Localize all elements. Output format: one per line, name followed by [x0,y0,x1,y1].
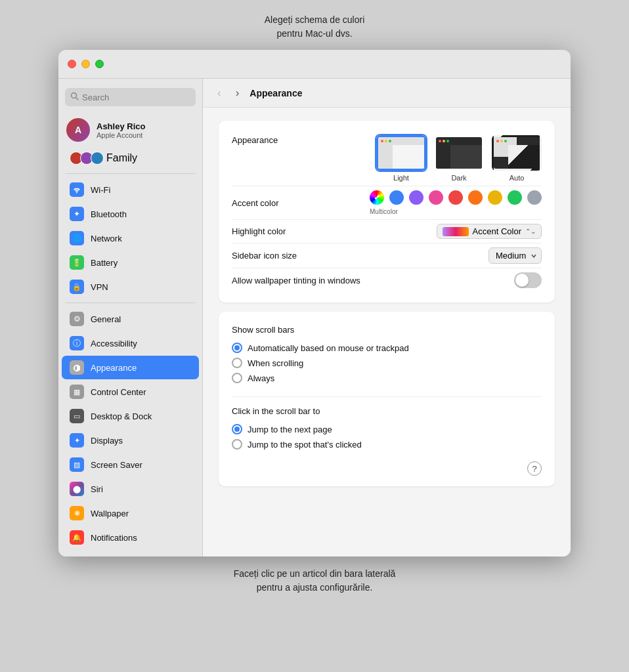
light-main-mini [393,145,424,169]
wallpaper-label: Wallpaper [91,509,129,518]
tooltip-top: Alegeți schema de culori pentru Mac-ul d… [265,13,365,41]
highlight-color-select[interactable]: Accent Color ⌃⌄ [437,224,542,239]
accent-green[interactable] [508,190,522,205]
click-nextpage-option[interactable]: Jump to the next page [232,424,542,434]
sidebar-item-wifi[interactable]: Wi-Fi [62,178,199,201]
wallpaper-icon: ❋ [70,506,84,520]
theme-light-thumbnail[interactable] [376,135,426,171]
search-bar[interactable] [65,88,196,106]
displays-label: Displays [91,436,123,446]
accent-purple[interactable] [409,190,423,205]
sidebar-item-controlcenter[interactable]: ▦ Control Center [62,380,199,404]
forward-button[interactable]: › [232,85,244,101]
scrollbars-section: Show scroll bars Automatically based on … [219,312,555,486]
accent-red[interactable] [448,190,463,205]
sidebar-item-wallpaper[interactable]: ❋ Wallpaper [62,501,199,525]
auto-dot-g [504,140,507,142]
sidebar-item-desktop[interactable]: ▭ Desktop & Dock [62,404,199,428]
theme-light[interactable]: Light [376,135,426,182]
sidebar-item-accessibility[interactable]: ⓘ Accessibility [62,331,199,355]
click-scrollbar-label: Click in the scroll bar to [232,406,542,416]
sidebar-item-bluetooth[interactable]: ✦ Bluetooth [62,202,199,226]
scroll-auto-radio[interactable] [232,343,242,353]
dark-content [436,145,482,169]
sidebar-item-family[interactable]: Family [62,147,199,169]
theme-dark[interactable]: Dark [434,135,484,182]
sidebar-item-notifications[interactable]: 🔔 Notifications [62,526,199,549]
wallpaper-tinting-toggle[interactable] [514,272,542,288]
maximize-button[interactable] [95,60,104,68]
siri-label: Siri [91,484,103,494]
accent-graphite[interactable] [527,190,542,205]
scroll-auto-label: Automatically based on mouse or trackpad [248,343,409,353]
controlcenter-label: Control Center [91,387,146,397]
accent-yellow[interactable] [488,190,502,205]
bluetooth-icon: ✦ [70,207,84,221]
wallpaper-tinting-label: Allow wallpaper tinting in windows [232,276,360,285]
family-label: Family [106,152,137,164]
dark-main-mini [450,145,482,169]
accent-pink[interactable] [429,190,443,205]
sidebar-item-network[interactable]: 🌐 Network [62,226,199,250]
desktop-label: Desktop & Dock [91,411,152,421]
screensaver-icon: ▨ [70,457,84,472]
search-input[interactable] [82,93,190,102]
close-button[interactable] [68,60,76,68]
theme-dark-thumbnail[interactable] [434,135,484,171]
click-spot-radio[interactable] [232,439,242,450]
highlight-color-value: Accent Color [473,226,521,236]
appearance-icon: ◑ [70,360,84,375]
displays-icon: ✦ [70,433,84,448]
window-body: A Ashley Rico Apple Account Family [58,79,571,556]
general-icon: ⚙ [70,312,84,326]
theme-auto[interactable]: Auto [492,135,542,182]
sidebar: A Ashley Rico Apple Account Family [58,79,203,556]
highlight-color-label: Highlight color [232,226,286,236]
accent-color-label: Accent color [232,198,279,208]
click-nextpage-radio[interactable] [232,424,242,434]
sidebar-item-screensaver[interactable]: ▨ Screen Saver [62,453,199,476]
auto-main-mini [508,145,540,169]
auto-dot-r [496,140,499,142]
bluetooth-label: Bluetooth [91,209,127,219]
click-spot-option[interactable]: Jump to the spot that's clicked [232,439,542,450]
tooltip-top-line2: pentru Mac-ul dvs. [276,28,352,39]
user-section[interactable]: A Ashley Rico Apple Account [58,113,202,147]
family-avatars [70,152,101,165]
sidebar-item-general[interactable]: ⚙ General [62,307,199,331]
back-button[interactable]: ‹ [213,85,225,101]
theme-dark-label: Dark [451,174,466,182]
sidebar-icon-size-select[interactable]: Small Medium Large [488,247,542,264]
scroll-auto-option[interactable]: Automatically based on mouse or trackpad [232,343,542,353]
sidebar-item-vpn[interactable]: 🔒 VPN [62,275,199,299]
sidebar-item-displays[interactable]: ✦ Displays [62,429,199,452]
appearance-section-label: Appearance [232,135,278,145]
accent-multicolor[interactable] [370,190,384,205]
click-scrollbar-group: Click in the scroll bar to Jump to the n… [232,400,542,456]
theme-auto-thumbnail[interactable] [492,135,542,171]
help-button[interactable]: ? [527,461,542,476]
highlight-color-row: Highlight color Accent Color ⌃⌄ [232,219,542,243]
user-name: Ashley Rico [97,121,145,131]
scroll-always-option[interactable]: Always [232,373,542,383]
scroll-scrolling-option[interactable]: When scrolling [232,358,542,368]
accent-blue[interactable] [389,190,404,205]
scroll-always-radio[interactable] [232,373,242,383]
sidebar-item-battery[interactable]: 🔋 Battery [62,251,199,274]
show-scrollbars-group: Show scroll bars Automatically based on … [232,322,542,394]
network-label: Network [91,234,122,243]
main-header: ‹ › Appearance [203,79,571,108]
accent-orange[interactable] [468,190,483,205]
minimize-button[interactable] [81,60,90,68]
sidebar-icon-size-row: Sidebar icon size Small Medium Large [232,243,542,268]
sidebar-item-appearance[interactable]: ◑ Appearance [62,356,199,379]
click-spot-label: Jump to the spot that's clicked [248,440,362,450]
tooltip-bottom: Faceți clic pe un articol din bara later… [234,567,396,595]
dot-g [389,140,391,142]
notifications-icon: 🔔 [70,530,84,545]
scroll-scrolling-radio[interactable] [232,358,242,368]
general-label: General [91,314,121,324]
main-scroll[interactable]: Appearance [203,108,571,556]
sidebar-item-siri[interactable]: ⬤ Siri [62,477,199,501]
dark-dot-g [446,140,449,142]
